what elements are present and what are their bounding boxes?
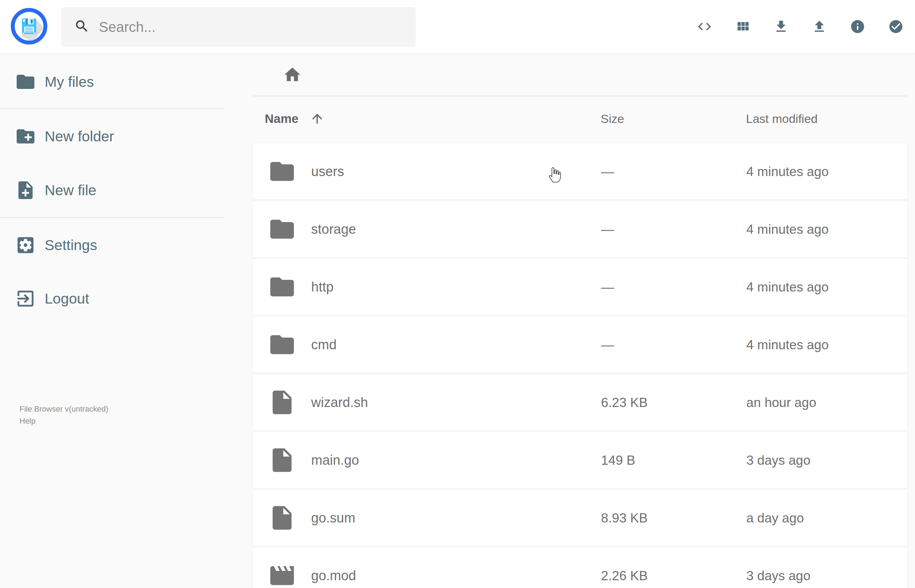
new-file-icon xyxy=(15,179,36,201)
file-name: go.sum xyxy=(311,489,356,546)
file-size: — xyxy=(601,201,614,258)
sidebar-divider xyxy=(0,108,225,109)
new-folder-icon xyxy=(15,126,36,147)
file-size: — xyxy=(601,143,614,200)
search-input[interactable] xyxy=(99,19,411,35)
file-modified: a day ago xyxy=(746,489,804,546)
file-icon xyxy=(268,388,296,417)
help-link[interactable]: Help xyxy=(19,415,36,427)
file-size: 149 B xyxy=(601,432,635,489)
sidebar-item-my-files[interactable]: My files xyxy=(0,64,225,100)
file-name: http xyxy=(311,258,333,316)
version-link[interactable]: File Browser v(untracked) xyxy=(19,403,108,415)
file-listing-area: Name Size Last modified users — 4 minute… xyxy=(225,53,915,588)
folder-icon xyxy=(268,157,296,186)
sidebar-item-label: Settings xyxy=(45,237,97,254)
list-item[interactable]: go.sum 8.93 KB a day ago xyxy=(253,489,908,546)
sidebar: My files New folder New file Settings Lo… xyxy=(0,53,225,588)
movie-icon xyxy=(268,561,296,588)
breadcrumb xyxy=(253,53,908,96)
select-multiple-button[interactable] xyxy=(877,0,915,53)
file-modified: 4 minutes ago xyxy=(746,201,829,258)
file-size: 6.23 KB xyxy=(601,374,648,431)
file-modified: 3 days ago xyxy=(746,547,810,588)
sidebar-item-label: My files xyxy=(45,74,94,90)
breadcrumb-home-button[interactable] xyxy=(283,65,302,84)
file-modified: 4 minutes ago xyxy=(746,258,829,316)
download-icon xyxy=(773,19,789,34)
search-icon xyxy=(74,18,90,36)
sidebar-item-label: Logout xyxy=(45,291,89,307)
sidebar-item-new-folder[interactable]: New folder xyxy=(0,119,225,154)
filebrowser-logo[interactable] xyxy=(11,8,47,45)
folder-icon xyxy=(268,273,296,301)
file-modified: 4 minutes ago xyxy=(746,143,829,200)
list-item[interactable]: wizard.sh 6.23 KB an hour ago xyxy=(253,374,908,431)
sort-by-modified[interactable]: Last modified xyxy=(746,112,818,126)
search-box xyxy=(61,7,416,47)
file-name: go.mod xyxy=(311,547,356,588)
file-name: main.go xyxy=(311,432,359,489)
upload-icon xyxy=(812,19,827,34)
file-name: wizard.sh xyxy=(311,374,368,431)
sort-ascending-icon xyxy=(310,111,325,126)
list-item[interactable]: storage — 4 minutes ago xyxy=(253,200,908,257)
file-name: storage xyxy=(311,201,356,258)
file-modified: 3 days ago xyxy=(746,432,810,489)
sort-by-name[interactable]: Name xyxy=(265,111,325,126)
sidebar-divider xyxy=(0,217,225,218)
sidebar-item-settings[interactable]: Settings xyxy=(0,228,225,263)
folder-icon xyxy=(268,331,296,359)
sidebar-item-label: New file xyxy=(45,182,96,199)
file-size: — xyxy=(601,258,614,316)
download-button[interactable] xyxy=(762,0,800,53)
upload-button[interactable] xyxy=(800,0,839,53)
file-modified: an hour ago xyxy=(746,374,816,431)
info-icon xyxy=(850,19,865,34)
list-item[interactable]: go.mod 2.26 KB 3 days ago xyxy=(253,547,908,588)
info-button[interactable] xyxy=(839,0,877,53)
list-item[interactable]: http — 4 minutes ago xyxy=(253,258,908,315)
file-name: cmd xyxy=(311,316,337,373)
file-icon xyxy=(268,446,296,474)
file-name: users xyxy=(311,143,344,200)
file-size: 2.26 KB xyxy=(601,547,648,588)
folder-icon xyxy=(268,215,296,243)
list-item[interactable]: cmd — 4 minutes ago xyxy=(253,316,908,373)
file-size: 8.93 KB xyxy=(601,489,648,546)
file-modified: 4 minutes ago xyxy=(746,316,829,373)
top-bar xyxy=(0,0,915,53)
grid-view-icon xyxy=(735,19,750,34)
shell-button[interactable] xyxy=(685,0,724,53)
file-list: users — 4 minutes ago storage — 4 minute… xyxy=(253,143,908,588)
sort-by-size[interactable]: Size xyxy=(601,112,624,126)
list-item[interactable]: main.go 149 B 3 days ago xyxy=(253,431,908,488)
file-size: — xyxy=(601,316,614,373)
sidebar-item-logout[interactable]: Logout xyxy=(0,281,225,316)
list-item[interactable]: users — 4 minutes ago xyxy=(253,143,908,200)
sidebar-item-label: New folder xyxy=(45,128,114,145)
listing-header: Name Size Last modified xyxy=(253,96,908,143)
settings-icon xyxy=(15,234,36,256)
sidebar-footer: File Browser v(untracked) Help xyxy=(19,403,108,427)
logout-icon xyxy=(15,288,36,309)
grid-view-button[interactable] xyxy=(724,0,762,53)
file-icon xyxy=(268,504,296,532)
select-multiple-icon xyxy=(888,19,904,34)
top-actions xyxy=(685,0,915,53)
sidebar-item-new-file[interactable]: New file xyxy=(0,173,225,208)
folder-icon xyxy=(15,71,36,92)
home-icon xyxy=(283,65,302,84)
shell-icon xyxy=(697,19,712,34)
